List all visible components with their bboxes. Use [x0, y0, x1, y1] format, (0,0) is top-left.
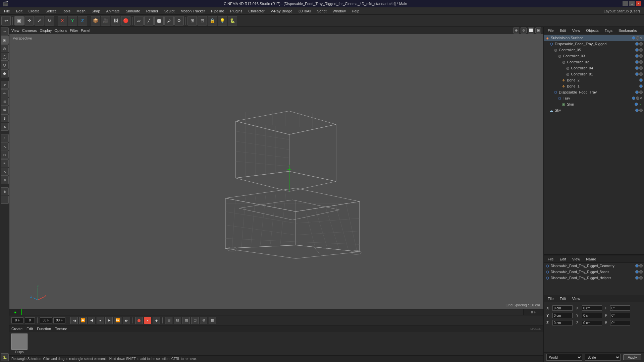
- vp-filter-menu[interactable]: Filter: [70, 28, 78, 33]
- flag-dot-grey[interactable]: [639, 48, 643, 52]
- flag-dot-grey[interactable]: [639, 54, 643, 58]
- flag-dot-blue[interactable]: [635, 109, 639, 112]
- flag-dot-grey[interactable]: [639, 72, 643, 76]
- obj-list-item[interactable]: ◎Controller_03: [544, 53, 644, 59]
- lock-btn[interactable]: 🔒: [208, 16, 217, 25]
- vp-icon-2[interactable]: ⊙: [521, 27, 527, 34]
- flag-dot-grey[interactable]: [636, 36, 639, 40]
- obj-tab-objects[interactable]: Objects: [583, 28, 601, 33]
- bobj-tab-edit[interactable]: Edit: [557, 256, 569, 262]
- vp-icon-4[interactable]: ⊠: [535, 27, 541, 34]
- viewport-canvas[interactable]: Perspective Grid Spacing : 10 cm: [9, 34, 543, 309]
- flag-dot-grey[interactable]: [639, 276, 643, 280]
- menu-item-simulate[interactable]: Simulate: [123, 8, 143, 14]
- preview-btn[interactable]: ▦: [209, 317, 216, 324]
- apply-button[interactable]: Apply: [623, 354, 641, 360]
- play-fwd-btn[interactable]: ▶: [105, 317, 113, 324]
- object-mode-btn[interactable]: 📦: [91, 16, 100, 25]
- frame-start-input[interactable]: [11, 317, 23, 323]
- bobj-tab-view[interactable]: View: [570, 256, 583, 262]
- left-tool-9[interactable]: ⌘: [1, 106, 9, 114]
- obj-tab-file[interactable]: File: [545, 28, 556, 33]
- left-tool-11[interactable]: ↯: [1, 123, 9, 131]
- polygon-btn[interactable]: ▱: [134, 16, 144, 25]
- obj-list-item[interactable]: ◎Controller_02: [544, 59, 644, 65]
- flag-dot-blue[interactable]: [635, 72, 639, 76]
- motion-path-btn[interactable]: ⊞: [165, 317, 172, 324]
- coord-tab-edit[interactable]: Edit: [557, 296, 569, 301]
- tool2-btn[interactable]: 🐍: [228, 16, 237, 25]
- coord-tab-view[interactable]: View: [570, 296, 583, 301]
- timeline-playhead[interactable]: [21, 309, 22, 315]
- frame-current-input[interactable]: [25, 317, 35, 323]
- obj-list-item[interactable]: ◎Controller_01: [544, 71, 644, 77]
- left-tool-8[interactable]: ⊞: [1, 98, 9, 106]
- flag-dot-grey[interactable]: [639, 264, 643, 267]
- left-tool-3[interactable]: ◯: [1, 53, 9, 61]
- snap-btn[interactable]: ⊞: [187, 16, 197, 25]
- x-size-input[interactable]: [582, 305, 602, 311]
- left-tool-13[interactable]: ⌥: [1, 142, 9, 150]
- obj-list-item[interactable]: ✛Bone_1: [544, 83, 644, 89]
- menu-item-create[interactable]: Create: [26, 8, 42, 14]
- vp-cameras-menu[interactable]: Cameras: [22, 28, 37, 33]
- settings-icon[interactable]: ⚙: [640, 36, 643, 40]
- flag-check[interactable]: ✓: [639, 102, 643, 106]
- render3-btn[interactable]: 🔴: [121, 16, 130, 25]
- auto-key-btn[interactable]: ●: [144, 317, 151, 324]
- fcurve-btn[interactable]: ⊟: [174, 317, 181, 324]
- step-back-btn[interactable]: ⏪: [79, 317, 87, 324]
- menu-item-3dtoall[interactable]: 3DToAll: [296, 8, 314, 14]
- paint-btn[interactable]: 🖌: [164, 16, 174, 25]
- flag-dot-blue[interactable]: [635, 66, 639, 70]
- world-mode-dropdown[interactable]: World Object Local: [546, 354, 582, 361]
- z-pos-input[interactable]: [552, 320, 573, 325]
- move-tool[interactable]: ✛: [24, 16, 34, 25]
- tool1-btn[interactable]: 💡: [218, 16, 227, 25]
- y-size-input[interactable]: [582, 313, 602, 318]
- left-tool-17[interactable]: ⊕: [1, 176, 9, 184]
- flag-dot-blue[interactable]: [635, 48, 639, 52]
- obj-list-item[interactable]: ◎Controller_04: [544, 65, 644, 71]
- record-btn[interactable]: ⏺: [135, 317, 143, 324]
- obj-list-item[interactable]: ⬡Disposable_Food_Tray_Rigged: [544, 41, 644, 47]
- left-tool-4[interactable]: ⬡: [1, 61, 9, 69]
- menu-item-tools[interactable]: Tools: [59, 8, 73, 14]
- obj-list-item[interactable]: ◈Subdivision Surface⚙: [544, 35, 644, 41]
- flag-dot-grey[interactable]: [639, 90, 643, 94]
- left-tool-5[interactable]: ⬢: [1, 69, 9, 77]
- obj-list-item[interactable]: ✛Bone_2: [544, 77, 644, 83]
- menu-item-plugins[interactable]: Plugins: [227, 8, 245, 14]
- step-fwd-btn[interactable]: ⏩: [114, 317, 121, 324]
- menu-item-sculpt[interactable]: Sculpt: [162, 8, 177, 14]
- mat-create-menu[interactable]: Create: [11, 327, 22, 331]
- obj-list-item[interactable]: ◎Controller_05: [544, 47, 644, 53]
- menu-item-pipeline[interactable]: Pipeline: [208, 8, 227, 14]
- render-seq-btn[interactable]: ⊕: [200, 317, 207, 324]
- minimize-button[interactable]: ─: [623, 1, 628, 6]
- obj-tab-edit[interactable]: Edit: [557, 28, 569, 33]
- scale-tool[interactable]: ⤢: [35, 16, 44, 25]
- bottom-obj-item[interactable]: ⬡Disposable_Food_Tray_Rigged_Bones: [544, 269, 644, 275]
- timeline-btn[interactable]: ▤: [182, 317, 190, 324]
- fps-input[interactable]: [40, 317, 52, 323]
- render-btn[interactable]: 🎥: [101, 16, 110, 25]
- left-tool-19[interactable]: ☰: [1, 196, 9, 204]
- graph-btn[interactable]: ⊡: [191, 317, 199, 324]
- menu-item-snap[interactable]: Snap: [89, 8, 103, 14]
- left-tool-10[interactable]: $: [1, 114, 9, 122]
- frame-end-input[interactable]: [53, 317, 65, 323]
- stop-btn[interactable]: ■: [97, 317, 104, 324]
- menu-item-script[interactable]: Script: [314, 8, 329, 14]
- flag-dot-grey[interactable]: [639, 66, 643, 70]
- undo-button[interactable]: ↩: [1, 16, 11, 25]
- flag-dot-grey[interactable]: [639, 60, 643, 64]
- x-pos-input[interactable]: [552, 305, 573, 311]
- flag-dot-blue[interactable]: [635, 42, 639, 46]
- left-tool-6[interactable]: ✐: [1, 81, 9, 89]
- menu-item-render[interactable]: Render: [144, 8, 161, 14]
- jump-start-btn[interactable]: ⏮: [70, 317, 78, 324]
- vp-icon-1[interactable]: ⊕: [513, 27, 519, 34]
- b-input[interactable]: [610, 320, 630, 325]
- obj-tab-view[interactable]: View: [570, 28, 583, 33]
